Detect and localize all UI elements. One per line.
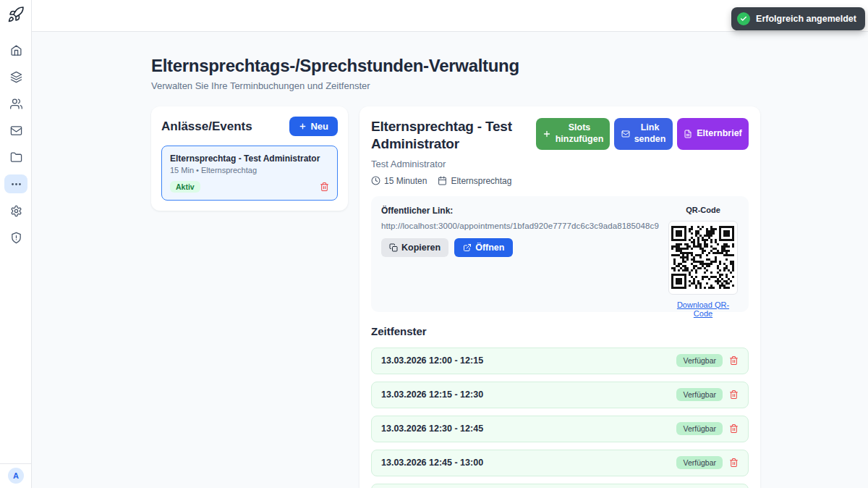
slot-row: 13.03.2026 12:30 - 12:45 Verfügbar xyxy=(371,416,749,442)
public-link-box: Öffentlicher Link: http://localhost:3000… xyxy=(371,196,749,312)
slot-status-badge: Verfügbar xyxy=(676,456,723,469)
open-link-button[interactable]: Öffnen xyxy=(454,238,513,257)
slots-section-title: Zeitfenster xyxy=(371,325,749,337)
mail-icon xyxy=(10,125,22,137)
success-toast[interactable]: Erfolgreich angemeldet xyxy=(731,7,865,30)
slot-time: 13.03.2026 12:45 - 13:00 xyxy=(381,458,676,468)
trash-icon xyxy=(320,182,329,192)
main-content: Elternsprechtags-/Sprechstunden-Verwaltu… xyxy=(32,32,868,488)
slot-time: 13.03.2026 12:30 - 12:45 xyxy=(381,424,676,434)
sidebar: A xyxy=(0,0,32,488)
qr-code-frame xyxy=(668,221,738,295)
delete-slot-button[interactable] xyxy=(729,390,739,400)
slot-status-badge: Verfügbar xyxy=(676,388,723,401)
shield-icon xyxy=(10,232,22,244)
copy-link-button[interactable]: Kopieren xyxy=(381,238,448,257)
duration-meta: 15 Minuten xyxy=(371,176,427,186)
ellipsis-icon xyxy=(10,178,22,190)
sidebar-item-layers[interactable] xyxy=(4,67,27,86)
copy-icon xyxy=(389,243,398,252)
sidebar-item-folder[interactable] xyxy=(4,148,27,167)
event-card[interactable]: Elternsprechtag - Test Administrator 15 … xyxy=(161,146,338,201)
event-card-title: Elternsprechtag - Test Administrator xyxy=(170,153,329,164)
qr-download-link[interactable]: Download QR-Code xyxy=(668,300,739,318)
slot-row: 13.03.2026 12:15 - 12:30 Verfügbar xyxy=(371,382,749,408)
sidebar-divider xyxy=(0,463,31,464)
slot-row: 13.03.2026 12:45 - 13:00 Verfügbar xyxy=(371,450,749,476)
gear-icon xyxy=(10,205,22,217)
public-link-label: Öffentlicher Link: xyxy=(381,206,659,216)
app-window: A Erfolgreich angemeldet Elternsprechtag… xyxy=(0,0,868,488)
qr-code-image xyxy=(671,226,734,289)
sidebar-item-security[interactable] xyxy=(4,228,27,247)
rocket-logo-icon xyxy=(7,6,25,23)
parent-letter-button[interactable]: Elternbrief xyxy=(677,118,749,150)
new-event-button[interactable]: Neu xyxy=(289,117,338,136)
sidebar-nav xyxy=(0,41,32,247)
user-avatar[interactable]: A xyxy=(8,468,24,484)
slot-status-badge: Verfügbar xyxy=(676,422,723,435)
sidebar-item-mail[interactable] xyxy=(4,121,27,140)
slot-row: 13.03.2026 12:00 - 12:15 Verfügbar xyxy=(371,348,749,374)
slot-status-badge: Verfügbar xyxy=(676,354,723,367)
events-panel: Anlässe/Events Neu Elternsprechtag - Tes… xyxy=(151,106,348,211)
event-type-meta: Elternsprechtag xyxy=(438,176,511,186)
public-link-url: http://localhost:3000/appointments/1bfad… xyxy=(381,222,659,230)
event-detail-title: Elternsprechtag - Test Administrator xyxy=(371,118,536,153)
check-circle-icon xyxy=(737,12,750,25)
events-panel-title: Anlässe/Events xyxy=(161,119,252,134)
send-link-button[interactable]: Link senden xyxy=(614,118,673,150)
qr-code-label: QR-Code xyxy=(668,206,739,214)
delete-slot-button[interactable] xyxy=(729,355,739,366)
delete-event-button[interactable] xyxy=(320,182,329,192)
home-icon xyxy=(10,44,22,56)
trash-icon xyxy=(729,355,739,366)
slot-row-partial xyxy=(371,484,749,489)
slots-list: 13.03.2026 12:00 - 12:15 Verfügbar 13.03… xyxy=(371,348,749,489)
sidebar-item-settings[interactable] xyxy=(4,201,27,220)
page-subtitle: Verwalten Sie Ihre Terminbuchungen und Z… xyxy=(151,80,760,91)
layers-icon xyxy=(10,71,22,83)
sidebar-item-more[interactable] xyxy=(4,174,27,193)
sidebar-item-users[interactable] xyxy=(4,94,27,113)
trash-icon xyxy=(729,390,739,400)
trash-icon xyxy=(729,458,739,468)
file-text-icon xyxy=(684,130,692,138)
event-card-meta: 15 Min • Elternsprechtag xyxy=(170,166,329,174)
external-link-icon xyxy=(463,243,472,252)
delete-slot-button[interactable] xyxy=(729,458,739,468)
mail-icon xyxy=(621,130,630,138)
event-detail-panel: Elternsprechtag - Test Administrator Tes… xyxy=(359,106,760,488)
users-icon xyxy=(10,98,22,110)
toast-message: Erfolgreich angemeldet xyxy=(756,14,856,24)
delete-slot-button[interactable] xyxy=(729,424,739,434)
page-title: Elternsprechtags-/Sprechstunden-Verwaltu… xyxy=(151,56,760,76)
folder-icon xyxy=(10,151,22,164)
clock-icon xyxy=(371,176,380,185)
plus-icon xyxy=(542,130,551,138)
add-slots-button[interactable]: Slots hinzufügen xyxy=(536,118,610,150)
calendar-icon xyxy=(438,176,447,185)
plus-icon xyxy=(299,122,307,130)
event-status-badge: Aktiv xyxy=(170,181,200,193)
trash-icon xyxy=(729,424,739,434)
slot-time: 13.03.2026 12:15 - 12:30 xyxy=(381,390,676,400)
slot-time: 13.03.2026 12:00 - 12:15 xyxy=(381,355,676,366)
sidebar-item-home[interactable] xyxy=(4,41,27,59)
event-owner: Test Administrator xyxy=(371,159,536,169)
